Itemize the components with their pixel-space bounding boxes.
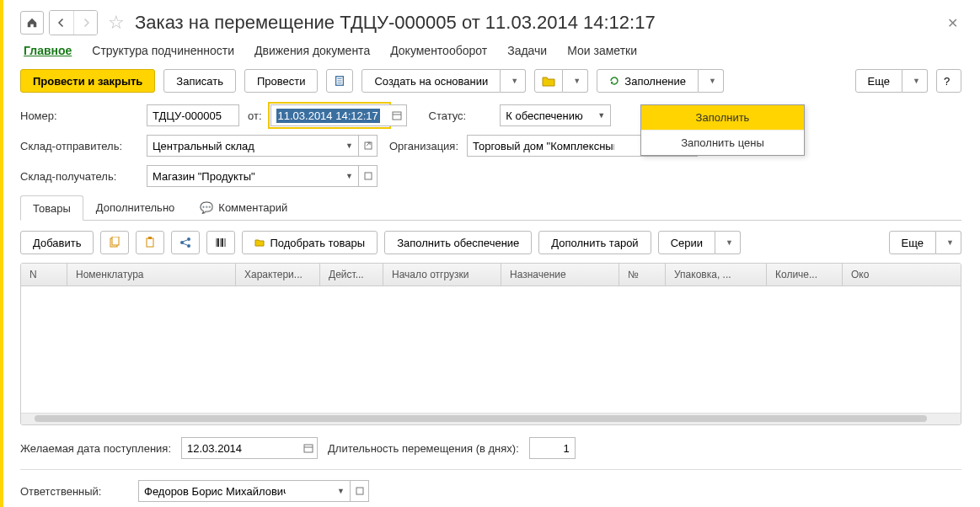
post-button[interactable]: Провести (244, 69, 319, 93)
favorite-star-icon[interactable]: ☆ (108, 12, 125, 34)
desired-date-label: Желаемая дата поступления: (20, 442, 171, 455)
date-field[interactable]: 11.03.2014 14:12:17 (270, 104, 388, 126)
write-button[interactable]: Записать (163, 69, 236, 93)
responsible-field[interactable] (138, 480, 332, 502)
barcode-button[interactable] (206, 231, 235, 254)
fill-supply-button[interactable]: Заполнить обеспечение (384, 231, 532, 254)
tab-main[interactable]: Главное (24, 44, 72, 57)
series-dropdown[interactable]: ▼ (715, 231, 741, 254)
subtab-additional[interactable]: Дополнительно (83, 195, 188, 220)
col-n[interactable]: N (21, 264, 67, 286)
paste-icon (144, 237, 156, 248)
col-designation[interactable]: Назначение (501, 264, 619, 286)
sender-input[interactable] (153, 136, 294, 156)
col-nomenclature[interactable]: Номенклатура (67, 264, 236, 286)
date-value: 11.03.2014 14:12:17 (276, 109, 380, 123)
home-button[interactable] (20, 11, 44, 35)
responsible-open[interactable] (351, 480, 369, 502)
col-ship-start[interactable]: Начало отгрузки (383, 264, 501, 286)
from-label: от: (248, 109, 262, 122)
col-rest[interactable]: Око (843, 264, 961, 286)
more-dropdown[interactable]: ▼ (902, 69, 928, 93)
goods-table: N Номенклатура Характери... Дейст... Нач… (20, 263, 961, 425)
open-icon (356, 487, 364, 495)
tab-notes[interactable]: Мои заметки (567, 44, 637, 57)
table-body-empty[interactable] (21, 286, 961, 413)
sender-field[interactable] (147, 135, 340, 157)
svg-rect-4 (393, 112, 401, 120)
create-based-dropdown[interactable]: ▼ (501, 69, 526, 93)
post-and-close-button[interactable]: Провести и закрыть (20, 69, 155, 93)
receiver-input[interactable] (153, 166, 294, 186)
forward-button[interactable] (73, 11, 97, 35)
sender-open[interactable] (359, 135, 378, 157)
responsible-input[interactable] (144, 481, 286, 501)
receiver-dropdown[interactable]: ▼ (340, 165, 359, 187)
barcode-icon (215, 237, 227, 248)
open-icon (364, 141, 372, 150)
filling-button[interactable]: Заполнение (597, 69, 699, 93)
col-quantity[interactable]: Количе... (767, 264, 843, 286)
desired-calendar-button[interactable] (299, 437, 318, 459)
back-button[interactable] (50, 11, 73, 35)
tab-tasks[interactable]: Задачи (507, 44, 547, 57)
responsible-label: Ответственный: (20, 485, 130, 498)
tab-movements[interactable]: Движения документа (254, 44, 370, 57)
svg-rect-11 (147, 238, 153, 247)
report-icon (334, 75, 345, 87)
status-field[interactable] (500, 104, 592, 126)
number-field[interactable] (147, 104, 239, 126)
org-input[interactable] (473, 136, 614, 156)
status-dropdown-button[interactable]: ▼ (592, 104, 611, 126)
col-action[interactable]: Дейст... (320, 264, 383, 286)
sub-more-dropdown[interactable]: ▼ (936, 231, 961, 254)
receiver-label: Склад-получатель: (20, 170, 138, 183)
status-input[interactable] (506, 105, 647, 125)
pick-goods-button[interactable]: Подобрать товары (242, 231, 378, 254)
receiver-open[interactable] (359, 165, 378, 187)
tab-hierarchy[interactable]: Структура подчиненности (92, 44, 234, 57)
receiver-field[interactable] (147, 165, 340, 187)
share-icon (179, 237, 191, 248)
subtab-goods[interactable]: Товары (20, 195, 83, 221)
duration-field[interactable] (529, 437, 576, 459)
series-button[interactable]: Серии (658, 231, 715, 254)
add-row-button[interactable]: Добавить (20, 231, 94, 254)
col-characteristic[interactable]: Характери... (236, 264, 320, 286)
arrow-left-icon (56, 18, 67, 28)
svg-rect-10 (112, 237, 119, 245)
subtab-additional-label: Дополнительно (96, 201, 175, 214)
open-icon (364, 172, 372, 180)
col-packaging[interactable]: Упаковка, ... (666, 264, 767, 286)
attach-dropdown[interactable]: ▼ (563, 69, 588, 93)
org-field[interactable] (467, 135, 661, 157)
sender-dropdown[interactable]: ▼ (340, 135, 359, 157)
comment-icon: 💬 (200, 201, 213, 214)
filling-menu: Заполнить Заполнить цены (640, 104, 805, 156)
menu-fill-prices[interactable]: Заполнить цены (641, 130, 804, 155)
tab-workflow[interactable]: Документооборот (390, 44, 487, 57)
horizontal-scrollbar[interactable] (21, 413, 961, 424)
attach-button[interactable] (534, 69, 563, 93)
more-button[interactable]: Еще (855, 69, 902, 93)
responsible-dropdown[interactable]: ▼ (332, 480, 351, 502)
close-button[interactable]: ✕ (944, 12, 961, 35)
subtab-comment[interactable]: 💬 Комментарий (187, 195, 300, 220)
share-button[interactable] (171, 231, 200, 254)
duration-input[interactable] (535, 438, 570, 458)
calendar-button[interactable] (388, 104, 407, 126)
create-based-button[interactable]: Создать на основании (361, 69, 501, 93)
svg-rect-12 (148, 237, 152, 239)
col-num[interactable]: № (619, 264, 666, 286)
copy-button[interactable] (100, 231, 129, 254)
report-button[interactable] (326, 69, 353, 93)
menu-fill[interactable]: Заполнить (641, 105, 804, 130)
paste-button[interactable] (136, 231, 164, 254)
add-tare-button[interactable]: Дополнить тарой (538, 231, 651, 254)
sender-label: Склад-отправитель: (20, 140, 138, 152)
desired-date-field[interactable] (181, 437, 299, 459)
filling-dropdown[interactable]: ▼ (699, 69, 724, 93)
help-button[interactable]: ? (936, 69, 961, 93)
sub-more-button[interactable]: Еще (889, 231, 936, 254)
scroll-thumb[interactable] (35, 415, 927, 422)
